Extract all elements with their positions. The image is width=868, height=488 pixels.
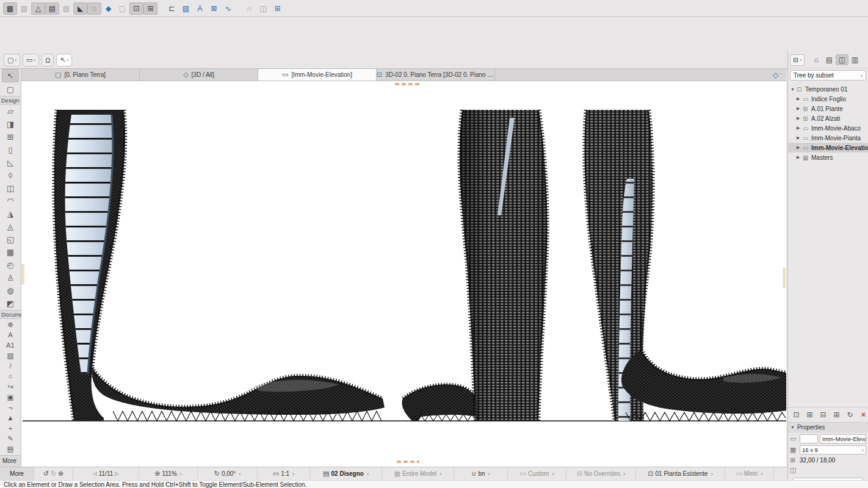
layout-settings-icon[interactable]: ⊡ (790, 409, 802, 420)
disclosure-icon[interactable]: ▶ (797, 116, 803, 121)
zone-tool[interactable]: ◱ (2, 233, 19, 246)
label-tool[interactable]: A1 (2, 340, 19, 350)
hatch-light-icon[interactable]: ▧ (59, 2, 73, 15)
partial-structure[interactable]: ▦Entire Model› (382, 467, 454, 480)
zoom-level[interactable]: ⊕111%› (139, 467, 198, 480)
publisher-icon[interactable]: ▥ (848, 54, 861, 65)
tree-by-subset-dropdown[interactable]: Tree by subset › (790, 70, 866, 81)
update-icon[interactable]: ↻ (844, 409, 856, 420)
layout-pager[interactable]: ◁11/11▷ (73, 467, 139, 480)
new-layout-icon[interactable]: ⊞ (804, 409, 816, 420)
slab-tool[interactable]: ◊ (2, 169, 19, 182)
next-layout-icon[interactable]: ▷ (115, 471, 118, 476)
dimension-tool[interactable]: ⊕ (2, 319, 19, 329)
tree-item-a-01-piante[interactable]: ▶⊞A.01 Piante (788, 104, 868, 113)
elevation-tool[interactable]: ▲ (2, 412, 19, 423)
layer-combination[interactable]: ▤02 Disegno› (310, 467, 382, 480)
master-layout-select[interactable]: 16 x 9 › (800, 445, 866, 454)
scale-check-icon[interactable]: ⊞ (143, 2, 157, 15)
door-tool[interactable]: ◨ (2, 118, 19, 131)
tree-item-imm-movie-abaco[interactable]: ▶▭Imm-Movie-Abaco (788, 123, 868, 133)
dashed-circle-icon[interactable]: ◌ (87, 2, 101, 15)
window-link-icon[interactable]: ⊞ (270, 2, 284, 15)
tree-item-indice-foglio[interactable]: ▶▭Indice Foglio (788, 94, 868, 104)
tab-3d-02-piano-terra[interactable]: ⊡ 3D-02 0. Piano Terra [3D-02 0. Piano T… (377, 69, 495, 81)
polygon-select-icon[interactable]: ▢› (4, 54, 20, 66)
renovation-filter[interactable]: ⊡01 Pianta Esistente› (636, 467, 725, 480)
tree-item-masters[interactable]: ▶▦Masters (788, 152, 868, 162)
disclosure-icon[interactable]: ▶ (797, 155, 803, 160)
book-icon[interactable]: ◫ (256, 2, 270, 15)
organizer-button[interactable]: ⊟ › (790, 54, 805, 66)
working-units[interactable]: ▭Metri› (725, 467, 774, 480)
skylight-tool[interactable]: ◴ (2, 259, 19, 271)
corner-hatch-icon[interactable]: ◣ (73, 2, 87, 15)
mesh-tool[interactable]: ◬ (2, 220, 19, 233)
text-tool[interactable]: A (2, 329, 19, 340)
arrow-tool[interactable]: ↖ (2, 69, 19, 82)
marquee-dash-icon[interactable]: ▢ (115, 2, 129, 15)
new-tab-button[interactable]: ◇ ˇ (768, 69, 786, 81)
arrow-tool-mini-icon[interactable]: ↖› (56, 54, 72, 66)
back-icon[interactable]: ↺ (43, 470, 49, 478)
tree-item-a-02-alzati[interactable]: ▶⊞A.02 Alzati (788, 113, 868, 123)
worksheet-tool[interactable]: ▤ (2, 443, 19, 454)
polyline-tool[interactable]: ↪ (2, 381, 19, 392)
new-master-layout-icon[interactable]: ⊟ (817, 409, 829, 420)
new-subset-icon[interactable]: ⊞ (831, 409, 842, 420)
magnet-icon[interactable]: Ω (42, 54, 54, 66)
composite-wall-icon[interactable]: ▤ (45, 2, 59, 15)
object-tool[interactable]: ♙ (2, 271, 19, 284)
lamp-tool[interactable]: ◍ (2, 284, 19, 297)
layout-book-icon[interactable]: ◫ (836, 54, 848, 65)
disclosure-icon[interactable]: ▶ (797, 106, 803, 111)
disclosure-icon[interactable]: ▶ (797, 135, 803, 140)
interior-elevation-tool[interactable]: + (2, 423, 19, 433)
detail-tool[interactable]: ✎ (2, 433, 19, 443)
arch-icon[interactable]: ∩ (242, 2, 256, 15)
favorites-icon[interactable]: ▩ (3, 2, 17, 15)
section-tool[interactable]: ¬ (2, 402, 19, 412)
forward-icon[interactable]: ↻ (51, 470, 56, 478)
rect-select-icon[interactable]: ▭› (23, 54, 39, 66)
tree-item-imm-movie-elevation[interactable]: ▶▭Imm-Movie-Elevation (788, 143, 868, 152)
tab-piano-terra[interactable]: ▢ [0. Piano Terra] (21, 69, 140, 81)
stair-tool[interactable]: ◩ (2, 297, 19, 310)
trapezoid-icon[interactable]: △ (31, 2, 45, 15)
nav-history[interactable]: ↺↻⊕ (34, 467, 73, 480)
toolbox-more-button[interactable]: More (0, 455, 21, 467)
drawing-scale[interactable]: ▭1:1› (258, 467, 310, 480)
beam-tool[interactable]: ◺ (2, 156, 19, 169)
layout-name-field[interactable]: Imm-Movie-Elevation (820, 434, 866, 443)
wall-tool[interactable]: ▱ (2, 105, 19, 118)
disclosure-icon[interactable]: ▶ (797, 145, 803, 150)
tree-item-temporaneo-01[interactable]: ▼⊡Temporaneo 01 (788, 84, 868, 94)
fill-flat-icon[interactable]: ▨ (17, 2, 31, 15)
curtain-wall-tool[interactable]: ▦ (2, 246, 19, 259)
orientation[interactable]: ↻0,00°› (198, 467, 258, 480)
tab-3d-all[interactable]: ◇ [3D / All] (140, 69, 258, 81)
roof-tool[interactable]: ◫ (2, 182, 19, 195)
fill-tool[interactable]: ▨ (2, 350, 19, 361)
main-canvas[interactable] (21, 81, 786, 467)
frame-fit-icon[interactable]: ⊠ (207, 2, 221, 15)
properties-header[interactable]: ▼ Properties (788, 422, 868, 432)
zoom-in-icon[interactable]: ⊕ (58, 470, 63, 478)
graphic-overrides[interactable]: ⊟No Overrides› (566, 467, 636, 480)
more-button[interactable]: More (0, 467, 34, 480)
delete-icon[interactable]: × (858, 409, 868, 420)
tree-item-imm-movie-pianta[interactable]: ▶▭Imm-Movie-Pianta (788, 133, 868, 143)
shell-tool[interactable]: ◠ (2, 195, 19, 207)
pen-set[interactable]: ∪bn› (454, 467, 508, 480)
disclosure-icon[interactable]: ▼ (790, 87, 797, 92)
overlap-icon[interactable]: ⊡ (129, 2, 143, 15)
disclosure-icon[interactable]: ▶ (797, 126, 803, 131)
disclosure-icon[interactable]: ▶ (797, 96, 803, 101)
spline-icon[interactable]: ∿ (221, 2, 235, 15)
abc-label-icon[interactable]: A (193, 2, 207, 15)
target-box-icon[interactable]: ⊏ (165, 2, 179, 15)
figure-tool[interactable]: ▣ (2, 392, 19, 402)
line-tool[interactable]: / (2, 361, 19, 371)
tab-imm-movie-elevation[interactable]: ▭ [Imm-Movie-Elevation] (258, 69, 377, 81)
marquee-tool[interactable]: ▢ (2, 82, 19, 96)
